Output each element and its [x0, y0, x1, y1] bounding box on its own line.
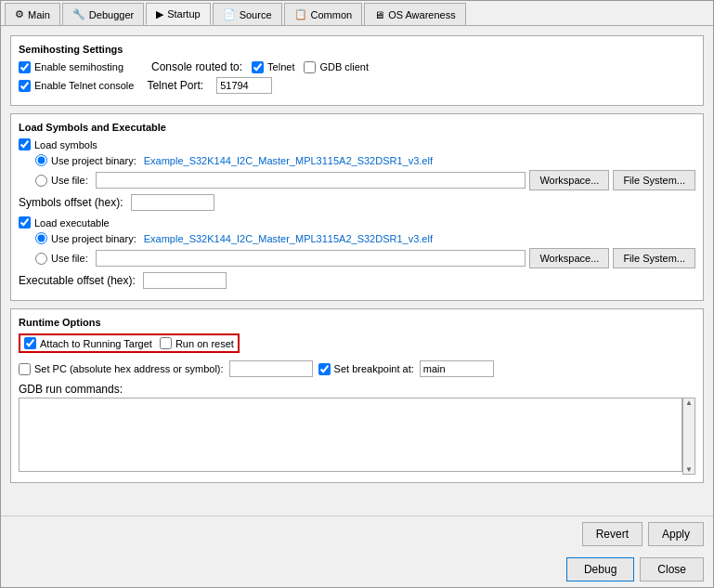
set-pc-input[interactable]: [229, 360, 313, 377]
content-area: Semihosting Settings Enable semihosting …: [1, 26, 713, 516]
symbols-offset-row: Symbols offset (hex):: [19, 194, 695, 211]
tab-bar: ⚙ Main 🔧 Debugger ▶ Startup 📄 Source 📋 C…: [1, 1, 713, 26]
enable-semihosting-label[interactable]: Enable semihosting: [19, 61, 123, 73]
gdb-scrollbar[interactable]: ▲ ▼: [682, 398, 695, 475]
runtime-highlight-row: Attach to Running Target Run on reset: [19, 333, 695, 357]
startup-icon: ▶: [156, 8, 163, 20]
tab-startup[interactable]: ▶ Startup: [146, 3, 210, 25]
console-routed-label: Console routed to:: [151, 60, 242, 73]
semihosting-row-1: Enable semihosting Console routed to: Te…: [19, 60, 695, 73]
debug-button[interactable]: Debug: [566, 557, 634, 581]
load-symbols-title: Load Symbols and Executable: [19, 122, 695, 133]
use-project-binary-row-1: Use project binary: Example_S32K144_I2C_…: [35, 154, 695, 166]
button-bar-2: Debug Close: [1, 552, 713, 587]
executable-offset-input[interactable]: [143, 272, 227, 289]
semihosting-title: Semihosting Settings: [19, 44, 695, 55]
set-pc-row: Set PC (absolute hex address or symbol):…: [19, 360, 695, 377]
use-project-binary-row-2: Use project binary: Example_S32K144_I2C_…: [35, 232, 695, 244]
set-breakpoint-input[interactable]: main: [420, 360, 494, 377]
symbols-offset-input[interactable]: [131, 194, 214, 211]
load-symbols-checkbox[interactable]: [19, 138, 31, 150]
set-pc-checkbox[interactable]: [19, 363, 31, 375]
revert-button[interactable]: Revert: [582, 522, 643, 546]
debugger-icon: 🔧: [72, 8, 85, 20]
gdb-area-wrap: ▲ ▼: [19, 398, 695, 475]
run-on-reset-checkbox[interactable]: [160, 337, 172, 349]
telnet-port-label: Telnet Port:: [147, 79, 203, 92]
button-bar-1: Revert Apply: [1, 516, 713, 552]
use-file-radio-1-label[interactable]: Use file:: [35, 175, 88, 187]
gdb-textarea[interactable]: [19, 398, 682, 472]
use-file-radio-2-label[interactable]: Use file:: [35, 253, 88, 265]
use-project-binary-radio-2-label[interactable]: Use project binary:: [35, 232, 136, 244]
gdb-commands-label: GDB run commands:: [19, 383, 695, 396]
source-icon: 📄: [223, 8, 236, 20]
use-file-input-1[interactable]: [96, 172, 526, 189]
use-file-row-2: Use file: Workspace... File System...: [35, 248, 695, 268]
os-icon: 🖥: [374, 9, 384, 20]
executable-offset-row: Executable offset (hex):: [19, 272, 695, 289]
load-executable-row: Load executable: [19, 216, 695, 229]
workspace-btn-1[interactable]: Workspace...: [529, 170, 609, 190]
runtime-title: Runtime Options: [19, 317, 695, 328]
enable-semihosting-checkbox[interactable]: [19, 61, 31, 73]
load-executable-checkbox[interactable]: [19, 216, 31, 229]
runtime-highlight-box: Attach to Running Target Run on reset: [19, 333, 240, 353]
close-button[interactable]: Close: [640, 557, 704, 581]
gdb-commands-area: GDB run commands: ▲ ▼: [19, 383, 695, 475]
run-on-reset-label[interactable]: Run on reset: [160, 337, 234, 349]
tab-os-awareness[interactable]: 🖥 OS Awareness: [364, 3, 466, 25]
use-file-row-1: Use file: Workspace... File System...: [35, 170, 695, 190]
telnet-checkbox[interactable]: [252, 61, 264, 73]
enable-telnet-checkbox[interactable]: [19, 80, 31, 92]
main-icon: ⚙: [15, 8, 24, 20]
tab-source[interactable]: 📄 Source: [213, 3, 282, 25]
load-symbols-row: Load symbols: [19, 138, 695, 150]
symbols-offset-label: Symbols offset (hex):: [19, 196, 123, 209]
use-project-binary-radio-2[interactable]: [35, 232, 47, 244]
set-pc-label[interactable]: Set PC (absolute hex address or symbol):: [19, 363, 224, 375]
use-project-binary-radio-1-label[interactable]: Use project binary:: [35, 154, 136, 166]
telnet-label[interactable]: Telnet: [252, 61, 294, 73]
attach-checkbox[interactable]: [24, 337, 36, 349]
gdb-client-label[interactable]: GDB client: [304, 61, 369, 73]
semihosting-row-2: Enable Telnet console Telnet Port: 51794: [19, 77, 695, 94]
telnet-port-input[interactable]: 51794: [216, 77, 272, 94]
use-project-binary-radio-1[interactable]: [35, 154, 47, 166]
tab-debugger[interactable]: 🔧 Debugger: [62, 3, 144, 25]
tab-common[interactable]: 📋 Common: [284, 3, 363, 25]
load-symbols-section: Load Symbols and Executable Load symbols…: [10, 113, 704, 301]
set-breakpoint-label[interactable]: Set breakpoint at:: [318, 363, 414, 375]
set-breakpoint-checkbox[interactable]: [318, 363, 331, 375]
use-file-radio-2[interactable]: [35, 253, 47, 265]
use-file-input-2[interactable]: [96, 250, 526, 267]
use-file-radio-1[interactable]: [35, 175, 47, 187]
scroll-up-arrow[interactable]: ▲: [683, 399, 695, 407]
enable-telnet-label[interactable]: Enable Telnet console: [19, 80, 134, 92]
scroll-down-arrow[interactable]: ▼: [683, 465, 695, 474]
semihosting-section: Semihosting Settings Enable semihosting …: [10, 35, 704, 106]
attach-label[interactable]: Attach to Running Target: [24, 337, 152, 349]
gdb-client-checkbox[interactable]: [304, 61, 316, 73]
tab-main[interactable]: ⚙ Main: [5, 3, 60, 25]
workspace-btn-2[interactable]: Workspace...: [529, 248, 609, 268]
runtime-section: Runtime Options Attach to Running Target…: [10, 308, 704, 483]
binary-file-2: Example_S32K144_I2C_Master_MPL3115A2_S32…: [144, 233, 433, 244]
main-dialog: ⚙ Main 🔧 Debugger ▶ Startup 📄 Source 📋 C…: [0, 0, 714, 588]
apply-button[interactable]: Apply: [648, 522, 704, 546]
file-system-btn-2[interactable]: File System...: [613, 248, 695, 268]
load-executable-label[interactable]: Load executable: [19, 216, 110, 229]
binary-file-1: Example_S32K144_I2C_Master_MPL3115A2_S32…: [144, 155, 433, 166]
file-system-btn-1[interactable]: File System...: [613, 170, 695, 190]
executable-offset-label: Executable offset (hex):: [19, 274, 136, 287]
load-symbols-label[interactable]: Load symbols: [19, 138, 97, 150]
common-icon: 📋: [294, 8, 307, 20]
